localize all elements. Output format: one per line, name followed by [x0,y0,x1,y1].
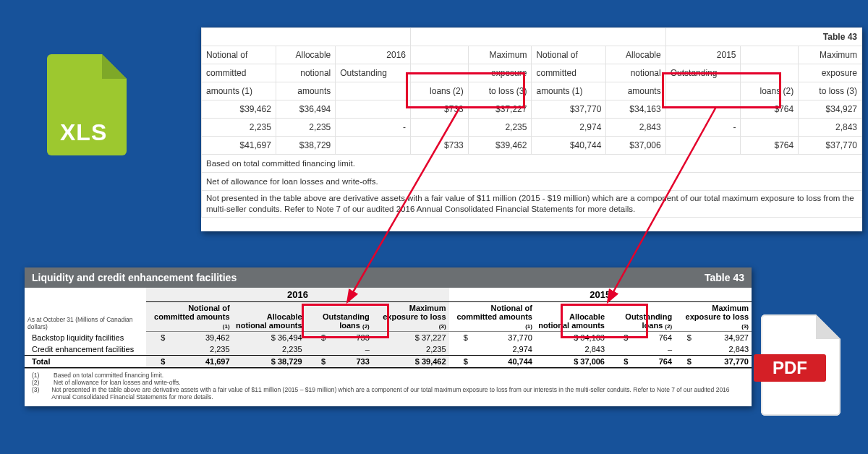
hdr-cell: to loss (3) [799,82,862,100]
pdf-cell: 34,927 [694,332,752,344]
xls-file-icon: XLS [47,54,127,155]
pdf-year-2016: 2016 [146,288,448,302]
xls-cell: $39,462 [468,137,532,155]
xls-note-3: Not presented in the table above are der… [202,191,862,218]
footnote-num: (3) [32,386,41,401]
hdr-cell: amounts (1) [532,82,606,100]
pdf-title: Liquidity and credit enhancement facilit… [32,272,237,283]
hdr-year-2015: 2015 [665,46,741,64]
pdf-cell [675,343,694,356]
pdf-file-icon: PDF [761,314,841,416]
pdf-year-2015: 2015 [449,288,752,302]
highlight-box-bottom-left [302,304,389,338]
pdf-cell: 733 [328,356,373,368]
hdr-cell: exposure [799,64,862,82]
pdf-cell: 40,744 [471,356,535,368]
pdf-cell: 39,462 [168,332,232,344]
pdf-label: PDF [754,354,826,382]
xls-cell: $36,494 [276,100,335,119]
xls-cell: - [665,119,741,137]
xls-table-panel: Table 43 Notional of Allocable 2016 Maxi… [201,27,862,231]
pdf-cell: $ 37,006 [535,356,608,368]
xls-cell: 2,235 [202,119,276,137]
pdf-header: Liquidity and credit enhancement facilit… [25,267,752,288]
pdf-cell: – [631,343,675,356]
hdr-outstanding: Outstanding [336,64,411,82]
pdf-cell: $ [449,332,471,344]
pdf-cell: $ 38,729 [233,356,305,368]
xls-cell [665,137,741,155]
pdf-col-a2: Notional of committed amounts (1) [449,302,535,332]
pdf-row-label: Credit enhancement facilities [25,343,146,356]
xls-cell: $40,744 [532,137,606,155]
pdf-col-d2: Maximum exposure to loss (3) [675,302,752,332]
hdr-cell: notional [606,64,665,82]
xls-cell: $39,462 [202,100,276,119]
pdf-cell: $ [449,356,471,368]
pdf-table-number: Table 43 [705,272,744,283]
pdf-cell: 2,974 [471,343,535,356]
pdf-cell: – [328,343,373,356]
pdf-cell: 2,235 [168,343,232,356]
hdr-allocable-1: Allocable [276,46,335,64]
xls-note-2: Net of allowance for loan losses and wri… [202,173,862,191]
hdr-cell: amounts [276,82,335,100]
pdf-cell: $ [675,332,694,344]
xls-cell: $37,770 [799,137,862,155]
xls-label: XLS [60,119,107,146]
xls-cell: - [336,119,411,137]
xls-cell: 2,235 [276,119,335,137]
pdf-cell [305,343,328,356]
hdr-notional-1b: Notional of [532,46,606,64]
pdf-cell: 37,770 [694,356,752,368]
xls-cell [336,137,411,155]
xls-cell: 2,974 [532,119,606,137]
xls-cell [741,119,799,137]
pdf-cell: $ [146,332,168,344]
hdr-notional-1: Notional of [202,46,276,64]
hdr-allocable-1b: Allocable [606,46,665,64]
pdf-cell [608,343,631,356]
highlight-box-top-right [662,72,781,108]
pdf-cell [449,343,471,356]
xls-table-number: Table 43 [665,28,861,46]
pdf-col-a: Notional of committed amounts (1) [146,302,232,332]
pdf-cell [146,343,168,356]
footnote-num: (2) [32,379,43,386]
xls-cell: $733 [411,137,469,155]
pdf-cell: 2,843 [694,343,752,356]
hdr-cell: amounts [606,82,665,100]
xls-cell: $34,163 [606,100,665,119]
xls-cell: 2,843 [799,119,862,137]
xls-cell: $38,729 [276,137,335,155]
xls-cell: $37,006 [606,137,665,155]
xls-cell: $764 [741,137,799,155]
hdr-max-1b: Maximum [799,46,862,64]
footnote-num: (1) [32,372,43,379]
pdf-row-label: Total [25,356,146,368]
pdf-cell: 764 [631,356,675,368]
pdf-footnotes: (1)Based on total committed financing li… [25,368,752,406]
pdf-meta: As at October 31 (Millions of Canadian d… [25,302,146,332]
xls-table: Table 43 Notional of Allocable 2016 Maxi… [201,27,862,218]
xls-cell [336,100,411,119]
highlight-box-bottom-right [561,304,648,338]
footnote-text: Based on total committed financing limit… [54,372,163,379]
pdf-cell: $ [305,356,328,368]
pdf-cell: $ [675,356,694,368]
highlight-box-top-left [406,72,525,108]
footnote-text: Not presented in the table above are der… [51,386,744,401]
xls-cell [411,119,469,137]
hdr-cell: notional [276,64,335,82]
pdf-cell: $ [146,356,168,368]
pdf-cell: $ 39,462 [373,356,449,368]
footnote-text: Net of allowance for loan losses and wri… [54,379,181,386]
hdr-cell: committed [532,64,606,82]
pdf-row-label: Backstop liquidity facilities [25,332,146,344]
xls-cell: $37,770 [532,100,606,119]
pdf-cell: 2,235 [233,343,305,356]
pdf-cell: 41,697 [168,356,232,368]
xls-cell: $41,697 [202,137,276,155]
pdf-cell: $ [608,356,631,368]
xls-cell: 2,235 [468,119,532,137]
